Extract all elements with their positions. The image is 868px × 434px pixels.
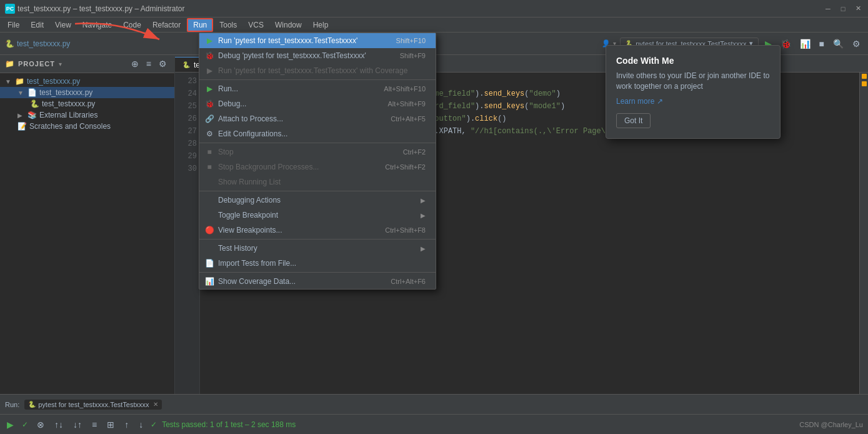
sidebar-settings-btn[interactable]: ⚙	[156, 58, 169, 70]
tree-scratches[interactable]: 📝 Scratches and Consoles	[0, 121, 174, 132]
run-tab[interactable]: 🐍 pytest for test_testxxxx.TestTestxxxx …	[24, 400, 161, 410]
separator-2	[199, 143, 436, 143]
debug-test-icon: 🐞	[204, 51, 214, 61]
run-tab-close[interactable]: ✕	[153, 401, 158, 408]
debug-test-item-left: 🐞 Debug 'pytest for test_testxxxx.TestTe…	[204, 51, 366, 61]
coverage-label: Run 'pytest for test_testxxxx.TestTestxx…	[218, 66, 407, 75]
list-view-button[interactable]: ≡	[89, 418, 99, 431]
menu-edit[interactable]: Edit	[26, 19, 49, 31]
play-button[interactable]: ▶	[5, 418, 16, 431]
run-tab-label: pytest for test_testxxxx.TestTestxxxx	[38, 401, 149, 408]
view-bp-label: View Breakpoints...	[218, 226, 282, 235]
attach-shortcut: Ctrl+Alt+F5	[391, 115, 426, 123]
project-root-label: test_testxxxx.py	[27, 77, 80, 86]
sort-asc-button[interactable]: ↑↓	[52, 418, 66, 431]
menu-refactor[interactable]: Refactor	[147, 19, 186, 31]
tab-python-icon: 🐍	[182, 61, 190, 68]
debug-item-left: 🐞 Debug...	[204, 99, 246, 109]
tree-file-parent[interactable]: ▼ 📄 test_testxxxx.py	[0, 87, 174, 98]
python-file-label: test_testxxxx.py	[42, 99, 95, 108]
project-arrow[interactable]: ▾	[59, 61, 62, 68]
menu-navigate[interactable]: Navigate	[77, 19, 117, 31]
view-bp-left: 🔴 View Breakpoints...	[204, 225, 282, 235]
toggle-bp-icon	[204, 210, 214, 220]
toggle-bp-arrow: ▶	[421, 212, 426, 219]
window-controls: ─ □ ✕	[823, 4, 863, 14]
run-menu-item-test-history[interactable]: Test History ▶	[199, 241, 436, 256]
search-button[interactable]: 🔍	[831, 38, 846, 50]
stop-button[interactable]: ■	[817, 38, 827, 50]
sidebar-title: Project	[18, 60, 55, 68]
run-test-shortcut: Shift+F10	[396, 37, 426, 44]
run-shortcut: Alt+Shift+F10	[384, 85, 426, 93]
coverage-data-icon: 📊	[204, 276, 214, 286]
menu-help[interactable]: Help	[308, 19, 334, 31]
run-menu-item-show-running: Show Running List	[199, 174, 436, 189]
menu-bar: File Edit View Navigate Code Refactor Ru…	[0, 18, 868, 33]
run-menu-item-edit-config[interactable]: ⚙ Edit Configurations...	[199, 126, 436, 141]
run-label: Run...	[218, 84, 238, 93]
run-menu-item-view-bp[interactable]: 🔴 View Breakpoints... Ctrl+Shift+F8	[199, 223, 436, 238]
pass-check: ✓	[151, 420, 157, 429]
popup-got-it-button[interactable]: Got It	[616, 113, 651, 128]
sort-desc-button[interactable]: ↓↑	[71, 418, 84, 431]
menu-window[interactable]: Window	[270, 19, 307, 31]
menu-tools[interactable]: Tools	[214, 19, 242, 31]
debug-shortcut: Alt+Shift+F9	[387, 100, 426, 108]
maximize-button[interactable]: □	[838, 4, 848, 14]
coverage-data-shortcut: Ctrl+Alt+F6	[391, 278, 426, 285]
tree-py-file[interactable]: 🐍 test_testxxxx.py	[0, 98, 174, 109]
coverage-icon: ▶	[204, 66, 214, 76]
run-menu-item-attach[interactable]: 🔗 Attach to Process... Ctrl+Alt+F5	[199, 111, 436, 126]
warning-indicator-2	[862, 81, 867, 86]
popup-text: Invite others to your IDE or join anothe…	[616, 71, 770, 92]
close-button[interactable]: ✕	[853, 4, 863, 14]
run-menu-item-debug[interactable]: 🐞 Debug... Alt+Shift+F9	[199, 96, 436, 111]
python-file-icon: 🐍	[30, 99, 39, 108]
stop-bg-label: Stop Background Processes...	[218, 163, 319, 171]
expand-button[interactable]: ⊞	[104, 418, 117, 431]
settings-button[interactable]: ⚙	[850, 38, 863, 50]
run-tab-icon: 🐍	[28, 401, 36, 408]
menu-view[interactable]: View	[50, 19, 76, 31]
minimize-button[interactable]: ─	[823, 4, 833, 14]
menu-file[interactable]: File	[2, 19, 24, 31]
right-gutter	[859, 73, 868, 394]
run-menu-item-coverage-data[interactable]: 📊 Show Coverage Data... Ctrl+Alt+F6	[199, 274, 436, 289]
popup-learn-more-link[interactable]: Learn more ↗	[616, 97, 663, 106]
menu-code[interactable]: Code	[118, 19, 146, 31]
tree-external-libs[interactable]: ▶ 📚 External Libraries	[0, 109, 174, 121]
toolbar-filename: test_testxxxx.py	[17, 39, 70, 48]
menu-vcs[interactable]: VCS	[243, 19, 269, 31]
sidebar-collapse-btn[interactable]: ≡	[144, 58, 154, 70]
run-menu-item-debug-test[interactable]: 🐞 Debug 'pytest for test_testxxxx.TestTe…	[199, 48, 436, 63]
stop-small-button[interactable]: ⊗	[34, 418, 47, 431]
sidebar-sync-btn[interactable]: ⊕	[129, 58, 141, 70]
file-parent-label: test_testxxxx.py	[39, 88, 92, 97]
file-parent-icon: 📄	[27, 88, 37, 97]
run-menu-item-import-tests[interactable]: 📄 Import Tests from File...	[199, 256, 436, 271]
up-button[interactable]: ↑	[122, 418, 131, 431]
project-folder-icon: 📁	[15, 77, 24, 86]
coverage-item-left: ▶ Run 'pytest for test_testxxxx.TestTest…	[204, 66, 407, 76]
stop-icon: ■	[204, 147, 214, 157]
edit-config-label: Edit Configurations...	[218, 129, 287, 138]
run-menu-item-toggle-bp[interactable]: Toggle Breakpoint ▶	[199, 208, 436, 223]
run-menu-item-debug-actions[interactable]: Debugging Actions ▶	[199, 193, 436, 208]
coverage-data-left: 📊 Show Coverage Data...	[204, 276, 296, 286]
tree-project-root[interactable]: ▼ 📁 test_testxxxx.py	[0, 76, 174, 87]
test-history-left: Test History	[204, 243, 257, 253]
run-menu-item-stop: ■ Stop Ctrl+F2	[199, 144, 436, 159]
sidebar-tree: ▼ 📁 test_testxxxx.py ▼ 📄 test_testxxxx.p…	[0, 73, 174, 394]
menu-run[interactable]: Run	[187, 18, 213, 32]
debug-actions-left: Debugging Actions	[204, 195, 281, 205]
run-menu-item-run-test[interactable]: ▶ Run 'pytest for test_testxxxx.TestTest…	[199, 33, 436, 48]
run-menu-item-run[interactable]: ▶ Run... Alt+Shift+F10	[199, 81, 436, 96]
toggle-bp-left: Toggle Breakpoint	[204, 210, 278, 220]
stop-shortcut: Ctrl+F2	[403, 148, 426, 156]
coverage-data-label: Show Coverage Data...	[218, 277, 296, 286]
view-bp-shortcut: Ctrl+Shift+F8	[385, 226, 426, 234]
project-icon: 📁	[5, 59, 14, 68]
coverage-button[interactable]: 📊	[797, 38, 813, 50]
down-button[interactable]: ↓	[136, 418, 146, 431]
